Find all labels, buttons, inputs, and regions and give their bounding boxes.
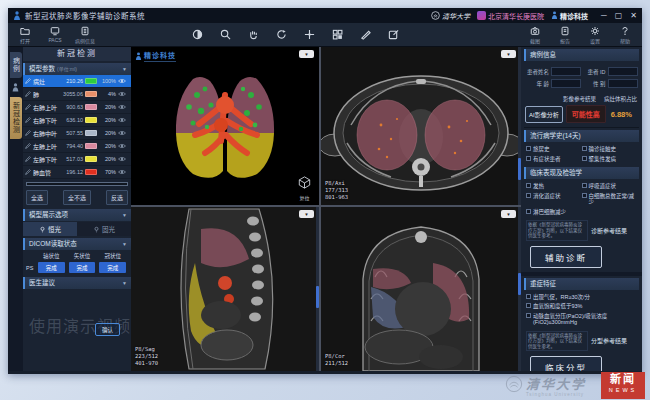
invert-selection-button[interactable]: 反选 [106, 190, 128, 205]
model-row-lul[interactable]: 左肺上叶 794.40 20% [23, 140, 131, 153]
model-row-rul[interactable]: 右肺上叶 900.63 20% [23, 101, 131, 114]
case-info-button[interactable]: 病例信息 [74, 26, 96, 44]
view-sagittal[interactable]: ▼ P8/Sag 223/512 401-970 [131, 207, 319, 371]
edit-icon[interactable] [25, 143, 31, 149]
report-button[interactable]: 报告 [554, 26, 576, 44]
eye-icon[interactable] [118, 91, 126, 97]
eye-icon[interactable] [118, 130, 126, 136]
doctor-advice-header[interactable]: 医生建议 ▼ [23, 277, 131, 289]
scrollbar-thumb[interactable] [316, 286, 319, 308]
edit-icon[interactable] [25, 156, 31, 162]
checkbox-digestive[interactable]: 消化道症状 [526, 193, 582, 206]
view-menu-button[interactable]: ▼ [299, 210, 314, 218]
zoom-icon[interactable] [220, 29, 231, 40]
color-swatch[interactable] [85, 130, 97, 136]
checkbox-cluster-onset[interactable]: 聚集性发病 [582, 156, 638, 163]
maximize-button[interactable]: ▢ [615, 11, 623, 20]
model-row-lesion[interactable]: 病灶 210.26 100% [23, 75, 131, 88]
view-menu-button[interactable]: ▼ [299, 50, 314, 58]
severe-features-header[interactable]: 重症特征 [524, 278, 639, 290]
measure-pencil-icon[interactable] [360, 29, 371, 40]
dicom-status-coronal[interactable]: 完成 [99, 262, 126, 273]
edit-icon[interactable] [25, 169, 31, 175]
checkbox-icon[interactable] [526, 156, 531, 161]
eye-icon[interactable] [118, 117, 126, 123]
patient-id-input[interactable] [608, 67, 638, 76]
checkbox-icon[interactable] [526, 146, 531, 151]
checkbox-icon[interactable] [526, 303, 531, 308]
slice-scrollbar[interactable] [316, 207, 319, 371]
color-swatch[interactable] [85, 104, 97, 110]
view-menu-button[interactable]: ▼ [501, 210, 516, 218]
patient-icon[interactable] [11, 83, 20, 92]
tab-fixed-light[interactable]: 固光 [77, 222, 131, 236]
view-menu-button[interactable]: ▼ [501, 50, 516, 58]
view-axial[interactable]: ▼ P8/Axi 177/313 801-963 [321, 47, 521, 205]
select-all-button[interactable]: 全选 [26, 190, 48, 205]
rotate-icon[interactable] [276, 29, 287, 40]
checkbox-icon[interactable] [526, 313, 531, 318]
edit-icon[interactable] [25, 91, 31, 97]
tab-covid-detection[interactable]: 新冠检测 [10, 97, 22, 139]
dicom-status-sagittal[interactable]: 完成 [69, 262, 96, 273]
annotate-icon[interactable] [388, 29, 399, 40]
crosshair-icon[interactable] [304, 29, 315, 40]
pacs-button[interactable]: PACS [44, 26, 66, 43]
color-swatch[interactable] [85, 91, 97, 97]
checkbox-icon[interactable] [582, 183, 587, 188]
color-swatch[interactable] [85, 156, 97, 162]
open-button[interactable]: 打开 [14, 26, 36, 44]
display-options-header[interactable]: 模型展示选项 ▼ [23, 209, 131, 221]
epidemiology-header[interactable]: 流行病学史(14天) [524, 130, 639, 142]
dicom-status-header[interactable]: DICOM读取状态 ▼ [23, 238, 131, 250]
eye-icon[interactable] [118, 143, 126, 149]
tab-constant-light[interactable]: 恒光 [23, 222, 77, 236]
checkbox-spo2[interactable]: 血氧饱和度低于93% [526, 303, 637, 310]
tab-case[interactable]: 病例 [10, 52, 22, 78]
checkbox-travel-history[interactable]: 旅居史 [526, 146, 582, 153]
model-row-lung[interactable]: 肺 3055.06 4% [23, 88, 131, 101]
view-coronal[interactable]: ▼ P8/Cor 211/512 [321, 207, 521, 371]
checkbox-icon[interactable] [582, 146, 587, 151]
model-row-lll[interactable]: 左肺下叶 517.03 20% [23, 153, 131, 166]
edit-icon[interactable] [25, 78, 31, 84]
patient-name-input[interactable] [551, 67, 581, 76]
eye-icon[interactable] [118, 156, 126, 162]
checkbox-fever[interactable]: 发热 [526, 183, 582, 190]
checkbox-wbc[interactable]: 白细胞总数正常/减少 [582, 193, 638, 206]
edit-icon[interactable] [25, 104, 31, 110]
checkbox-icon[interactable] [526, 193, 531, 198]
help-button[interactable]: 帮助 [614, 26, 636, 44]
clinical-header[interactable]: 临床表现及检验学 [524, 167, 639, 179]
reset-view-button[interactable]: 复位 [298, 175, 311, 201]
checkbox-lymphopenia[interactable]: 淋巴细胞减少 [526, 209, 637, 216]
aux-diagnosis-button[interactable]: 辅助诊断 [530, 246, 602, 268]
eye-icon[interactable] [118, 169, 126, 175]
color-swatch[interactable] [85, 78, 97, 84]
checkbox-rr30[interactable]: 出现气促，RR≥30次/分 [526, 294, 637, 301]
ai-analysis-button[interactable]: AI影像分析 [525, 106, 563, 123]
clinical-classification-button[interactable]: 临床分型 [530, 356, 602, 371]
minimize-button[interactable]: ─ [601, 11, 607, 20]
case-info-header[interactable]: 病例信息 [524, 49, 639, 61]
checkbox-icon[interactable] [582, 156, 587, 161]
contrast-icon[interactable] [192, 29, 203, 40]
checkbox-confirmed-contact[interactable]: 确诊接触史 [582, 146, 638, 153]
close-button[interactable]: ✕ [630, 11, 637, 20]
color-swatch[interactable] [85, 143, 97, 149]
screenshot-button[interactable]: 截图 [524, 26, 546, 44]
model-row-rll[interactable]: 右肺下叶 636.10 20% [23, 114, 131, 127]
eye-icon[interactable] [118, 78, 126, 84]
model-row-vessels[interactable]: 肺血管 196.12 70% [23, 166, 131, 179]
checkbox-symptomatic-patient[interactable]: 有症状患者 [526, 156, 582, 163]
color-swatch[interactable] [85, 169, 97, 175]
checkbox-pao2[interactable]: 动脉血氧分压(PaO2)/吸氧浓度(FiO2)≤300mmHg [526, 313, 637, 326]
checkbox-respiratory[interactable]: 呼吸道症状 [582, 183, 638, 190]
model-params-header[interactable]: 模型参数 (单位:ml) ▼ [23, 63, 131, 75]
pan-hand-icon[interactable] [248, 29, 259, 40]
confirm-button[interactable]: 确认 [95, 323, 120, 336]
gender-input[interactable] [608, 79, 638, 88]
layout-grid-icon[interactable] [332, 29, 343, 40]
color-swatch[interactable] [85, 117, 97, 123]
age-input[interactable] [551, 79, 581, 88]
